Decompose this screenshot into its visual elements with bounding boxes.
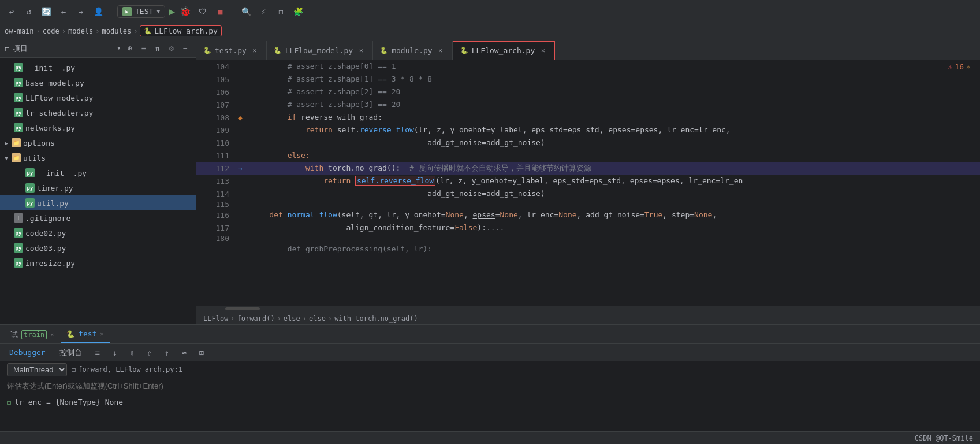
plugin-button[interactable]: 🧩 xyxy=(291,5,305,18)
sidebar-item-code03[interactable]: py code03.py xyxy=(0,240,196,256)
coverage-button[interactable]: 🛡 xyxy=(196,5,210,18)
sidebar-item-options[interactable]: ▶ 📁 options xyxy=(0,135,196,150)
tab-close-button[interactable]: ✕ xyxy=(356,46,366,55)
run-button[interactable]: ▶ xyxy=(169,5,175,17)
stack-frame[interactable]: ◻ forward, LLFlow_arch.py:1 xyxy=(72,365,182,373)
breadcrumb-sep-0: › xyxy=(36,27,40,35)
sidebar-filter-button[interactable]: ⇅ xyxy=(152,43,163,54)
toolbar-align-button[interactable]: ≡ xyxy=(91,346,104,359)
breadcrumb-item-2[interactable]: models xyxy=(68,27,93,35)
back-button[interactable]: ← xyxy=(57,5,70,18)
sidebar-sort-button[interactable]: ≡ xyxy=(138,43,150,54)
tab-llflow-model[interactable]: 🐍 LLFlow_model.py ✕ xyxy=(267,41,373,60)
code-content: ⚠ 16 ⚠ 104 # assert z.shape[0] == 1 xyxy=(196,60,980,306)
toolbar-table-button[interactable]: ⊞ xyxy=(195,346,208,359)
breadcrumb-active-file[interactable]: 🐍 LLFlow_arch.py xyxy=(140,25,222,36)
py-file-icon: py xyxy=(25,183,35,193)
breadcrumb-item-3[interactable]: modules xyxy=(102,27,132,35)
sidebar-settings-button[interactable]: ⚙ xyxy=(166,43,177,54)
layout-button[interactable]: ◻ xyxy=(274,5,288,18)
sidebar-item-llflow-model[interactable]: py LLFlow_model.py xyxy=(0,90,196,105)
bottom-tab-close-train[interactable]: ✕ xyxy=(50,331,54,338)
sidebar-item-label: util.py xyxy=(37,199,69,208)
user-button[interactable]: 👤 xyxy=(91,5,105,18)
breadcrumb-item-0[interactable]: ow-main xyxy=(5,27,34,35)
toolbar-run-to-cursor-button[interactable]: ↑ xyxy=(161,346,173,359)
code-line-content: align_condition_feature=False):.... xyxy=(247,221,980,234)
run-config-selector[interactable]: ▶ TEST ▼ xyxy=(117,5,165,18)
tabs-bar: 🐍 test.py ✕ 🐍 LLFlow_model.py ✕ 🐍 module… xyxy=(196,39,980,60)
sidebar-item-imresize[interactable]: py imresize.py xyxy=(0,256,196,271)
forward-button[interactable]: → xyxy=(74,5,88,18)
tab-module[interactable]: 🐍 module.py ✕ xyxy=(373,41,452,60)
sidebar-item-base-model[interactable]: py base_model.py xyxy=(0,75,196,90)
code-row-111: 111 else: xyxy=(196,149,980,162)
sidebar-item-code02[interactable]: py code02.py xyxy=(0,225,196,240)
bottom-toolbar: Debugger 控制台 ≡ ↓ ⇩ ⇧ ↑ ≈ ⊞ xyxy=(0,344,980,361)
tab-close-button[interactable]: ✕ xyxy=(538,46,547,56)
separator-1 xyxy=(111,6,111,17)
stack-frame-label: forward, LLFlow_arch.py:1 xyxy=(78,365,182,373)
line-number: 104 xyxy=(196,60,234,73)
code-row-115: 115 xyxy=(196,200,980,209)
bottom-tab-test[interactable]: 🐍 test ✕ xyxy=(61,327,109,343)
bottom-tab-train[interactable]: 试 train ✕ xyxy=(5,327,59,343)
toolbar-step-out-button[interactable]: ⇧ xyxy=(143,346,156,359)
tab-icon-llflow-arch: 🐍 xyxy=(460,47,468,54)
sidebar-item-utils[interactable]: ▼ 📁 utils xyxy=(0,150,196,165)
run-config-arrow-icon: ▼ xyxy=(156,8,160,14)
tab-icon-llflow-model: 🐍 xyxy=(274,47,282,54)
folder-icon: 📁 xyxy=(12,153,21,162)
console-tab[interactable]: 控制台 xyxy=(55,347,87,358)
horizontal-scrollbar[interactable] xyxy=(196,306,980,312)
sidebar-add-button[interactable]: ⊕ xyxy=(124,43,136,54)
thread-selector[interactable]: MainThread xyxy=(7,363,67,376)
breadcrumb-item-1[interactable]: code xyxy=(43,27,59,35)
sidebar-tree: py __init__.py py base_model.py py LLFlo… xyxy=(0,58,196,324)
sidebar-item-gitignore[interactable]: f .gitignore xyxy=(0,210,196,225)
warning-icon: ⚠ xyxy=(966,62,971,71)
code-scroll[interactable]: 104 # assert z.shape[0] == 1 105 # asser… xyxy=(196,60,980,306)
undo-button[interactable]: ↩ xyxy=(5,5,18,18)
breadcrumb-text-1: code xyxy=(43,27,59,35)
toolbar-step-over-button[interactable]: ↓ xyxy=(109,346,121,359)
py-file-icon: py xyxy=(14,123,23,132)
grid-button[interactable]: ⚡ xyxy=(256,5,270,18)
sidebar-item-utils-init[interactable]: py __init__.py xyxy=(0,165,196,180)
sidebar-item-lr-scheduler[interactable]: py lr_scheduler.py xyxy=(0,105,196,120)
tab-close-button[interactable]: ✕ xyxy=(250,46,259,55)
py-file-icon: py xyxy=(14,243,23,253)
gutter xyxy=(234,209,247,221)
gutter xyxy=(234,60,247,73)
search-button[interactable]: 🔍 xyxy=(239,5,253,18)
sync-button[interactable]: 🔄 xyxy=(39,5,53,18)
toolbar-step-into-button[interactable]: ⇩ xyxy=(126,346,139,359)
sidebar-item-timer[interactable]: py timer.py xyxy=(0,180,196,195)
tab-llflow-arch[interactable]: 🐍 LLFlow_arch.py ✕ xyxy=(453,41,556,60)
tab-close-button[interactable]: ✕ xyxy=(436,46,445,55)
debug-button[interactable]: 🐞 xyxy=(178,5,192,18)
sidebar-item-label: imresize.py xyxy=(25,259,75,268)
tab-label: LLFlow_arch.py xyxy=(472,46,535,55)
sidebar-item-networks[interactable]: py networks.py xyxy=(0,120,196,135)
scroll-thumb[interactable] xyxy=(225,307,260,310)
sidebar-item-label: utils xyxy=(23,154,46,162)
tab-test[interactable]: 🐍 test.py ✕ xyxy=(196,41,267,60)
code-line-content: add_gt_noise=add_gt_noise) xyxy=(247,136,980,149)
sidebar-item-label: code03.py xyxy=(25,244,66,253)
eval-input[interactable] xyxy=(7,382,973,390)
tab-icon-test: 🐍 xyxy=(203,47,211,54)
py-file-icon: py xyxy=(25,168,35,177)
debugger-tab[interactable]: Debugger xyxy=(5,348,50,357)
sidebar-item-util[interactable]: py util.py xyxy=(0,195,196,210)
code-line-content: def normal_flow(self, gt, lr, y_onehot=N… xyxy=(247,209,980,221)
sidebar-collapse-button[interactable]: − xyxy=(180,43,191,54)
stop-button[interactable]: ■ xyxy=(213,5,227,18)
redo-button[interactable]: ↺ xyxy=(22,5,36,18)
sidebar-item-init[interactable]: py __init__.py xyxy=(0,60,196,75)
code-row-114: 114 add_gt_noise=add_gt_noise) xyxy=(196,187,980,200)
bottom-tab-close-test[interactable]: ✕ xyxy=(100,331,103,337)
toolbar-evaluate-button[interactable]: ≈ xyxy=(178,346,191,359)
sidebar-dropdown-icon[interactable]: ▾ xyxy=(117,45,121,52)
gutter xyxy=(234,200,247,209)
